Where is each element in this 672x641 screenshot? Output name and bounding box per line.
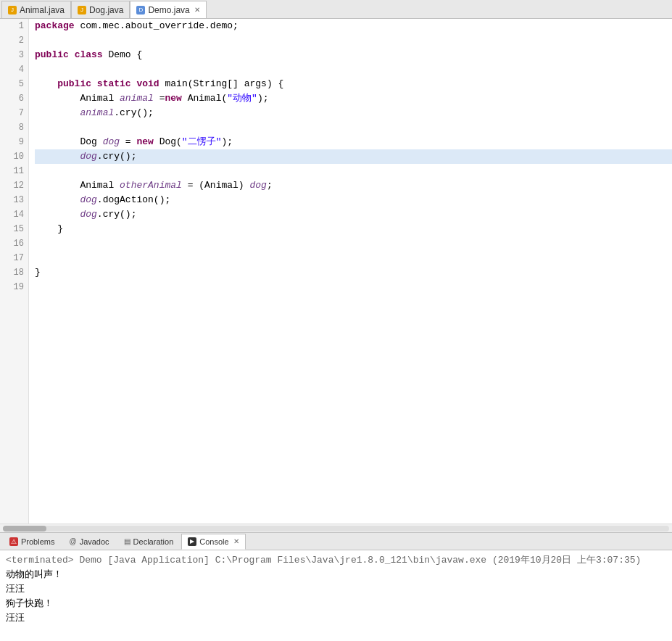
editor-scrollbar[interactable] (0, 524, 672, 532)
console-output-2: 汪汪 (6, 582, 666, 597)
code-line-15: } (35, 222, 672, 236)
code-line-17 (35, 251, 672, 265)
scrollbar-thumb[interactable] (3, 526, 46, 532)
console-terminated-line: <terminated> Demo [Java Application] C:\… (6, 553, 666, 568)
tab-declaration[interactable]: ▤ Declaration (117, 534, 181, 550)
ln-12: 12 (0, 178, 24, 193)
code-content[interactable]: package com.mec.about_override.demo; pub… (29, 19, 672, 524)
line-numbers: 1 2 3 4 5 6 7 8 9 10 11 12 13 14 15 16 1… (0, 19, 29, 524)
java-icon-demo: D (136, 6, 145, 15)
ln-1: 1 (0, 19, 24, 33)
tab-console[interactable]: ▶ Console ✕ (181, 534, 245, 550)
code-line-6: Animal animal =new Animal("动物"); (35, 91, 672, 106)
ln-2: 2 (0, 33, 24, 48)
javadoc-at: @ (69, 537, 76, 545)
ln-16: 16 (0, 236, 24, 251)
code-line-14: dog.cry(); (35, 207, 672, 222)
ln-19: 19 (0, 280, 24, 294)
code-line-10: dog.cry(); (35, 149, 672, 164)
ln-8: 8 (0, 120, 24, 135)
tab-console-label: Console (199, 537, 228, 546)
code-line-12: Animal otherAnimal = (Animal) dog; (35, 178, 672, 193)
code-container: 1 2 3 4 5 6 7 8 9 10 11 12 13 14 15 16 1… (0, 19, 672, 524)
ln-7: 7 (0, 106, 24, 120)
code-line-1: package com.mec.about_override.demo; (35, 19, 672, 33)
ln-11: 11 (0, 164, 24, 178)
code-line-3: public class Demo { (35, 48, 672, 62)
code-line-8 (35, 120, 672, 135)
console-icon: ▶ (188, 537, 196, 546)
tab-problems-label: Problems (21, 537, 54, 546)
ln-9: 9 (0, 135, 24, 149)
console-output-4: 汪汪 (6, 611, 666, 626)
tab-animal-label: Animal.java (20, 5, 65, 15)
code-line-5: public static void main(String[] args) { (35, 77, 672, 91)
editor-area: 1 2 3 4 5 6 7 8 9 10 11 12 13 14 15 16 1… (0, 19, 672, 532)
tab-javadoc-label: Javadoc (80, 537, 109, 546)
problems-icon: ⚠ (9, 537, 18, 546)
tab-dog-label: Dog.java (89, 5, 123, 15)
ln-3: 3 (0, 48, 24, 62)
ln-4: 4 (0, 62, 24, 77)
console-output-3: 狗子快跑！ (6, 597, 666, 611)
bottom-panel: ⚠ Problems @ Javadoc ▤ Declaration ▶ Con… (0, 532, 672, 641)
ln-17: 17 (0, 251, 24, 265)
tab-demo-close[interactable]: ✕ (194, 6, 200, 14)
java-icon: J (8, 6, 17, 15)
scrollbar-track[interactable] (3, 526, 669, 532)
console-output-1: 动物的叫声！ (6, 568, 666, 582)
code-line-9: Dog dog = new Dog("二愣子"); (35, 135, 672, 149)
code-line-19 (35, 280, 672, 294)
code-line-18: } (35, 265, 672, 280)
tab-bar: J Animal.java J Dog.java D Demo.java ✕ (0, 0, 672, 19)
ln-10: 10 (0, 149, 24, 164)
console-content: <terminated> Demo [Java Application] C:\… (0, 550, 672, 641)
ln-18: 18 (0, 265, 24, 280)
tab-problems[interactable]: ⚠ Problems (3, 534, 61, 550)
bottom-tab-bar: ⚠ Problems @ Javadoc ▤ Declaration ▶ Con… (0, 533, 672, 550)
code-line-11 (35, 164, 672, 178)
java-icon-dog: J (78, 6, 86, 15)
ln-13: 13 (0, 193, 24, 207)
tab-demo[interactable]: D Demo.java ✕ (130, 1, 206, 18)
code-line-4 (35, 62, 672, 77)
tab-javadoc[interactable]: @ Javadoc (62, 534, 115, 550)
code-line-2 (35, 33, 672, 48)
declaration-icon: ▤ (124, 537, 130, 545)
ln-5: 5 (0, 77, 24, 91)
code-line-13: dog.dogAction(); (35, 193, 672, 207)
tab-console-close[interactable]: ✕ (233, 537, 239, 545)
ln-15: 15 (0, 222, 24, 236)
ln-14: 14 (0, 207, 24, 222)
tab-animal[interactable]: J Animal.java (1, 1, 71, 18)
code-line-7: animal.cry(); (35, 106, 672, 120)
tab-demo-label: Demo.java (148, 5, 189, 15)
tab-dog[interactable]: J Dog.java (71, 1, 130, 18)
tab-declaration-label: Declaration (133, 537, 174, 546)
ln-6: 6 (0, 91, 24, 106)
code-line-16 (35, 236, 672, 251)
